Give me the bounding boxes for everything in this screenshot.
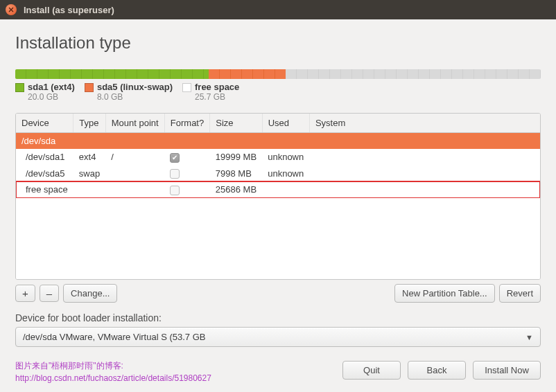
legend-label: sda1 (ext4) (28, 82, 75, 92)
cell-device: free space (16, 181, 73, 198)
cell-mount (105, 181, 164, 198)
close-icon[interactable] (6, 4, 17, 15)
swatch-icon (85, 83, 94, 92)
install-now-button[interactable]: Install Now (473, 361, 541, 380)
new-partition-table-button[interactable]: New Partition Table... (394, 284, 495, 303)
cell-used (262, 181, 309, 198)
cell-device: /dev/sda1 (16, 149, 73, 166)
quit-button[interactable]: Quit (342, 361, 401, 380)
boot-device-label: Device for boot loader installation: (15, 312, 541, 323)
swatch-icon (15, 83, 24, 92)
boot-device-value: /dev/sda VMware, VMware Virtual S (53.7 … (23, 332, 205, 342)
disk-label: /dev/sda (16, 133, 540, 150)
window-body: Installation type sda1 (ext4) 20.0 GB sd… (0, 19, 556, 392)
col-device[interactable]: Device (16, 114, 73, 133)
col-size[interactable]: Size (210, 114, 262, 133)
cell-format[interactable] (164, 149, 210, 166)
partition-table: Device Type Mount point Format? Size Use… (15, 113, 541, 280)
back-button[interactable]: Back (408, 361, 466, 380)
col-used[interactable]: Used (262, 114, 309, 133)
cell-size: 19999 MB (210, 149, 262, 166)
cell-type (73, 181, 105, 198)
checkbox-icon[interactable] (170, 186, 180, 195)
window-title: Install (as superuser) (24, 5, 114, 15)
cell-system (309, 149, 540, 166)
table-row-disk[interactable]: /dev/sda (16, 133, 540, 150)
cell-size: 7998 MB (210, 166, 262, 182)
legend-label: sda5 (linux-swap) (97, 82, 173, 92)
bar-seg-free (286, 69, 541, 79)
swatch-icon (182, 83, 191, 92)
cell-format[interactable] (164, 181, 210, 198)
legend-free: free space 25.7 GB (182, 82, 239, 102)
footer-buttons: Quit Back Install Now (15, 361, 541, 380)
col-mount[interactable]: Mount point (105, 114, 164, 133)
cell-device: /dev/sda5 (16, 166, 73, 182)
boot-device-select[interactable]: /dev/sda VMware, VMware Virtual S (53.7 … (15, 327, 541, 347)
bar-seg-sda1 (15, 69, 209, 79)
cell-used: unknown (262, 166, 309, 182)
legend-size: 20.0 GB (28, 92, 75, 102)
page-title: Installation type (15, 33, 541, 53)
cell-size: 25686 MB (210, 181, 262, 198)
cell-system (309, 166, 540, 182)
disk-usage-bar: sda1 (ext4) 20.0 GB sda5 (linux-swap) 8.… (15, 69, 541, 102)
cell-mount: / (105, 149, 164, 166)
col-system[interactable]: System (309, 114, 540, 133)
cell-format[interactable] (164, 166, 210, 182)
legend-size: 8.0 GB (97, 92, 173, 102)
legend: sda1 (ext4) 20.0 GB sda5 (linux-swap) 8.… (15, 82, 541, 102)
cell-used: unknown (262, 149, 309, 166)
bar-seg-sda5 (209, 69, 286, 79)
table-row[interactable]: /dev/sda5 swap 7998 MB unknown (16, 166, 540, 182)
cell-system (309, 181, 540, 198)
checkbox-icon[interactable] (170, 153, 180, 163)
change-button[interactable]: Change... (63, 284, 117, 303)
legend-size: 25.7 GB (195, 92, 239, 102)
col-type[interactable]: Type (73, 114, 105, 133)
titlebar: Install (as superuser) (0, 0, 556, 19)
chevron-down-icon: ▼ (525, 333, 533, 341)
legend-sda1: sda1 (ext4) 20.0 GB (15, 82, 75, 102)
legend-sda5: sda5 (linux-swap) 8.0 GB (85, 82, 173, 102)
revert-button[interactable]: Revert (499, 284, 541, 303)
checkbox-icon[interactable] (170, 169, 180, 179)
table-row[interactable]: /dev/sda1 ext4 / 19999 MB unknown (16, 149, 540, 166)
cell-type: swap (73, 166, 105, 182)
col-format[interactable]: Format? (164, 114, 210, 133)
toolbar: + – Change... New Partition Table... Rev… (15, 284, 541, 303)
cell-mount (105, 166, 164, 182)
remove-button[interactable]: – (40, 285, 59, 302)
legend-label: free space (195, 82, 239, 92)
add-button[interactable]: + (15, 285, 35, 302)
cell-type: ext4 (73, 149, 105, 166)
table-row-freespace[interactable]: free space 25686 MB (16, 181, 540, 198)
